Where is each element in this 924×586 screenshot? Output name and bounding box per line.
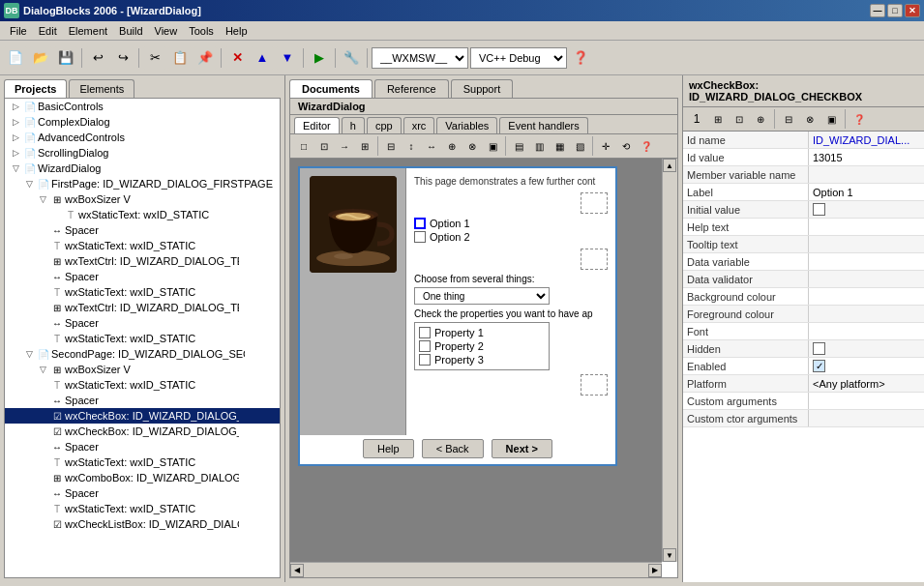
horizontal-scrollbar[interactable]: ◀ ▶ (290, 562, 662, 577)
redo-button[interactable]: ↪ (111, 46, 134, 70)
next-button[interactable]: Next > (492, 439, 552, 458)
prop-btn-7[interactable]: ▣ (821, 110, 841, 128)
tree-item-basiccontrols[interactable]: ▷ 📄 BasicControls (5, 99, 280, 114)
new-button[interactable]: 📄 (4, 46, 27, 70)
et-btn-17[interactable]: ❓ (637, 137, 656, 155)
prop-btn-3[interactable]: ⊡ (730, 110, 749, 128)
et-btn-5[interactable]: ⊟ (381, 137, 401, 155)
prop-val-enabled[interactable]: ✓ (809, 358, 924, 374)
prop-btn-help[interactable]: ❓ (849, 110, 869, 128)
menu-element[interactable]: Element (63, 23, 113, 39)
tree-item-complexdialog[interactable]: ▷ 📄 ComplexDialog (5, 114, 280, 130)
et-btn-4[interactable]: ⊞ (355, 137, 374, 155)
tab-editor[interactable]: Editor (294, 117, 340, 133)
tab-cpp[interactable]: cpp (367, 117, 402, 133)
help-button[interactable]: ❓ (569, 46, 592, 70)
prop-val-idname[interactable]: ID_WIZARD_DIAL... (809, 132, 924, 148)
open-button[interactable]: 📂 (29, 46, 52, 70)
prop-btn-4[interactable]: ⊕ (751, 110, 770, 128)
tree-item-spacer2[interactable]: ↔ Spacer (5, 269, 280, 284)
prop-val-datavar[interactable] (809, 253, 924, 270)
copy-button[interactable]: 📋 (168, 46, 192, 70)
prop-val-initial[interactable] (809, 201, 924, 218)
prop-val-helptext[interactable] (809, 219, 924, 235)
scroll-right[interactable]: ▶ (648, 564, 662, 577)
delete-button[interactable]: ✕ (225, 46, 249, 70)
tab-variables[interactable]: Variables (436, 117, 497, 133)
tree-item-statictext2[interactable]: T wxStaticText: wxID_STATIC (5, 238, 280, 253)
et-btn-2[interactable]: ⊡ (314, 137, 334, 155)
prop2-check[interactable] (419, 340, 431, 352)
option1-checkbox[interactable] (414, 218, 426, 229)
et-btn-11[interactable]: ▤ (509, 137, 528, 155)
prop-btn-6[interactable]: ⊗ (800, 110, 820, 128)
tree-item-secondpage[interactable]: ▽ 📄 SecondPage: ID_WIZARD_DIALOG_SECONDP… (5, 346, 280, 362)
et-btn-8[interactable]: ⊕ (442, 137, 462, 155)
menu-help[interactable]: Help (220, 23, 253, 39)
et-btn-12[interactable]: ▥ (529, 137, 549, 155)
things-dropdown[interactable]: One thing (414, 287, 550, 305)
prop-val-idvalue[interactable]: 13015 (809, 149, 924, 165)
tree-item-wizarddialog[interactable]: ▽ 📄 WizardDialog (5, 161, 280, 176)
tree-item-statictext4[interactable]: T wxStaticText: wxID_STATIC (5, 331, 280, 346)
option2-row[interactable]: Option 2 (414, 231, 608, 243)
menu-file[interactable]: File (4, 23, 33, 39)
prop-val-dataval[interactable] (809, 271, 924, 287)
tree-item-spacer1[interactable]: ↔ Spacer (5, 222, 280, 238)
enabled-checkbox[interactable]: ✓ (813, 360, 825, 372)
tree-item-scrollingdialog[interactable]: ▷ 📄 ScrollingDialog (5, 145, 280, 161)
tree-item-statictext7[interactable]: T wxStaticText: wxID_STATIC (5, 501, 280, 516)
et-btn-1[interactable]: □ (294, 137, 313, 155)
undo-button[interactable]: ↩ (86, 46, 109, 70)
prop3-check[interactable] (419, 354, 431, 366)
menu-tools[interactable]: Tools (183, 23, 220, 39)
et-btn-13[interactable]: ▦ (550, 137, 569, 155)
tree-item-textctrl2[interactable]: ⊞ wxTextCtrl: ID_WIZARD_DIALOG_TEX... (5, 300, 280, 315)
tab-h[interactable]: h (342, 117, 365, 133)
save-button[interactable]: 💾 (54, 46, 77, 70)
down-button[interactable]: ▼ (276, 46, 299, 70)
minimize-button[interactable]: — (870, 4, 885, 17)
tab-elements[interactable]: Elements (69, 79, 134, 98)
tree-item-spacer5[interactable]: ↔ Spacer (5, 439, 280, 454)
tree-item-spacer4[interactable]: ↔ Spacer (5, 393, 280, 408)
prop-val-hidden[interactable] (809, 340, 924, 357)
tree-item-firstpage[interactable]: ▽ 📄 FirstPage: ID_WIZARD_DIALOG_FIRSTPAG… (5, 176, 280, 191)
prop-val-label[interactable]: Option 1 (809, 184, 924, 200)
et-btn-10[interactable]: ▣ (483, 137, 502, 155)
prop1-row[interactable]: Property 1 (419, 327, 545, 338)
scroll-up[interactable]: ▲ (663, 159, 676, 172)
prop-val-font[interactable] (809, 323, 924, 339)
scroll-left[interactable]: ◀ (290, 564, 304, 577)
tree-item-checklistbox[interactable]: ☑ wxCheckListBox: ID_WIZARD_DIALOG... (5, 516, 280, 532)
prop-btn-1[interactable]: 1 (687, 110, 706, 128)
prop-btn-5[interactable]: ⊟ (779, 110, 798, 128)
platform-dropdown[interactable]: __WXMSW__ (372, 47, 468, 69)
prop-val-customargs[interactable] (809, 393, 924, 409)
prop3-row[interactable]: Property 3 (419, 354, 545, 366)
et-btn-3[interactable]: → (335, 137, 354, 155)
tree-item-statictext3[interactable]: T wxStaticText: wxID_STATIC (5, 284, 280, 300)
prop-val-customctor[interactable] (809, 410, 924, 426)
initial-checkbox[interactable] (813, 203, 825, 216)
prop2-row[interactable]: Property 2 (419, 340, 545, 352)
cut-button[interactable]: ✂ (143, 46, 166, 70)
tools-button[interactable]: 🔧 (340, 46, 363, 70)
prop-val-tooltip[interactable] (809, 236, 924, 252)
option1-row[interactable]: Option 1 (414, 218, 608, 229)
menu-view[interactable]: View (149, 23, 184, 39)
prop-val-bgcolor[interactable] (809, 288, 924, 305)
close-button[interactable]: ✕ (905, 4, 920, 17)
et-btn-15[interactable]: ✛ (596, 137, 615, 155)
option2-checkbox[interactable] (414, 231, 426, 243)
paste-button[interactable]: 📌 (194, 46, 217, 70)
tree-item-combobox[interactable]: ⊞ wxComboBox: ID_WIZARD_DIALOG_C... (5, 470, 280, 485)
help-button[interactable]: Help (363, 439, 414, 458)
et-btn-16[interactable]: ⟲ (616, 137, 636, 155)
hidden-checkbox[interactable] (813, 342, 825, 355)
tree-item-advancedcontrols[interactable]: ▷ 📄 AdvancedControls (5, 130, 280, 145)
up-button[interactable]: ▲ (251, 46, 274, 70)
tree-item-checkbox2[interactable]: ☑ wxCheckBox: ID_WIZARD_DIALOG_C... (5, 424, 280, 439)
tree-item-spacer3[interactable]: ↔ Spacer (5, 315, 280, 331)
tab-documents[interactable]: Documents (289, 79, 373, 98)
